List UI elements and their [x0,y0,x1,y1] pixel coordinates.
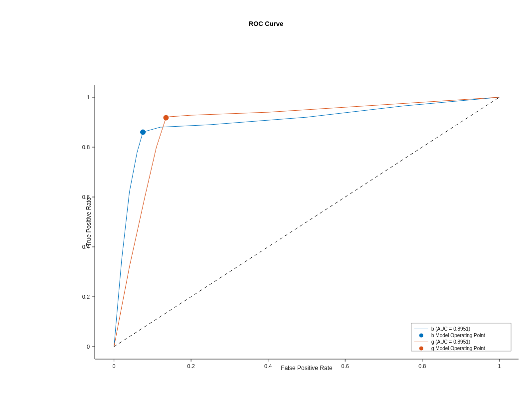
y-tick-label: 1 [87,94,90,100]
legend-label: b Model Operating Point [431,333,485,338]
random-classifier-line [114,97,500,347]
y-tick-label: 0.2 [82,294,90,300]
legend-swatch-marker [419,347,423,351]
x-tick-label: 0.6 [342,363,349,369]
operating-point-0 [141,130,146,135]
legend-label: b (AUC = 0.8951) [431,326,470,332]
x-tick-label: 0.4 [264,363,272,369]
legend-label: g Model Operating Point [431,346,485,351]
x-tick-label: 1 [498,363,501,369]
roc-chart: 00.20.40.60.8100.20.40.60.81False Positi… [0,0,532,399]
x-tick-label: 0 [113,363,116,369]
y-tick-label: 0.8 [82,144,90,150]
y-tick-label: 0 [87,344,90,350]
x-axis-label: False Positive Rate [281,365,333,372]
x-tick-label: 0.8 [418,363,426,369]
legend-label: g (AUC = 0.8951) [431,339,470,345]
legend-swatch-marker [419,334,423,338]
operating-point-1 [164,115,169,120]
x-tick-label: 0.2 [187,363,195,369]
y-axis-label: True Positive Rate [85,198,92,247]
